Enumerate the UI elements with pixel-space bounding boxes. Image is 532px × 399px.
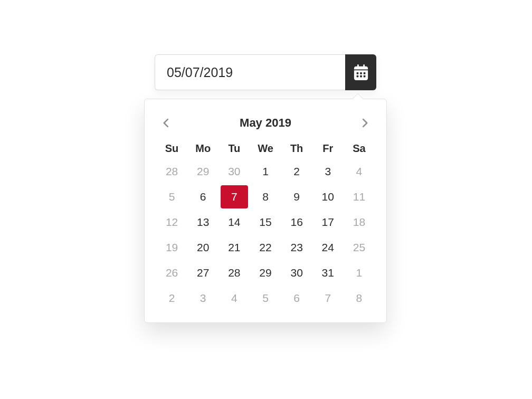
- calendar-day-number: 15: [259, 216, 271, 229]
- calendar-day-number: 26: [166, 267, 178, 279]
- calendar-day-number: 7: [231, 191, 238, 203]
- date-input[interactable]: [155, 54, 345, 90]
- calendar-day[interactable]: 4: [344, 159, 375, 184]
- calendar-day-number: 1: [356, 267, 363, 279]
- day-of-week-header: SuMoTuWeThFrSa: [156, 139, 375, 159]
- calendar-day[interactable]: 28: [156, 159, 187, 184]
- calendar-day[interactable]: 23: [281, 235, 312, 260]
- calendar-day[interactable]: 30: [218, 159, 250, 184]
- calendar-day[interactable]: 20: [187, 235, 218, 260]
- calendar-day-number: 24: [322, 241, 334, 254]
- calendar-day[interactable]: 27: [187, 260, 218, 286]
- day-of-week-label: Su: [156, 142, 187, 155]
- calendar-day-number: 27: [197, 267, 209, 279]
- calendar-day-number: 7: [325, 292, 331, 305]
- day-of-week-label: Th: [281, 142, 312, 155]
- calendar-day-number: 16: [290, 216, 302, 229]
- month-year-button[interactable]: May 2019: [240, 116, 291, 130]
- calendar-day-number: 29: [259, 267, 271, 279]
- prev-month-button[interactable]: [158, 114, 174, 132]
- calendar-day[interactable]: 14: [218, 210, 250, 235]
- calendar-day[interactable]: 30: [281, 260, 312, 286]
- calendar-day[interactable]: 3: [312, 159, 344, 184]
- calendar-day[interactable]: 12: [156, 210, 187, 235]
- calendar-day[interactable]: 7: [312, 286, 344, 311]
- calendar-day-number: 1: [262, 165, 269, 178]
- calendar-day[interactable]: 28: [218, 260, 250, 286]
- calendar-day[interactable]: 4: [218, 286, 250, 311]
- calendar-day[interactable]: 29: [250, 260, 281, 286]
- calendar-day[interactable]: 1: [250, 159, 281, 184]
- calendar-day[interactable]: 26: [156, 260, 187, 286]
- calendar-day-number: 4: [231, 292, 238, 305]
- calendar-day[interactable]: 8: [250, 184, 281, 210]
- calendar-toggle-button[interactable]: [345, 54, 376, 90]
- calendar-day-number: 4: [356, 165, 363, 178]
- calendar-day[interactable]: 3: [187, 286, 218, 311]
- calendar-day-number: 5: [169, 191, 175, 203]
- calendar-day[interactable]: 6: [281, 286, 312, 311]
- calendar-day[interactable]: 9: [281, 184, 312, 210]
- calendar-day[interactable]: 21: [218, 235, 250, 260]
- calendar-day-number: 23: [290, 241, 302, 254]
- day-of-week-label: Tu: [218, 142, 250, 155]
- calendar-day-number: 28: [228, 267, 240, 279]
- calendar-day[interactable]: 8: [344, 286, 375, 311]
- calendar-day[interactable]: 5: [156, 184, 187, 210]
- calendar-day[interactable]: 19: [156, 235, 187, 260]
- calendar-day[interactable]: 17: [312, 210, 344, 235]
- date-input-group: [155, 54, 376, 90]
- next-month-button[interactable]: [357, 114, 373, 132]
- calendar-day[interactable]: 13: [187, 210, 218, 235]
- calendar-week-row: 2627282930311: [156, 260, 375, 286]
- calendar-day-number: 11: [353, 191, 365, 203]
- calendar-day-number: 30: [290, 267, 302, 279]
- calendar-day-number: 6: [200, 191, 206, 203]
- calendar-day-number: 28: [166, 165, 178, 178]
- calendar-day-number: 9: [293, 191, 300, 203]
- calendar-day-number: 19: [166, 241, 178, 254]
- calendar-day-number: 10: [322, 191, 334, 203]
- calendar-day-number: 18: [353, 216, 365, 229]
- day-of-week-label: Mo: [187, 142, 218, 155]
- calendar-day-number: 13: [197, 216, 209, 229]
- calendar-day-number: 22: [259, 241, 271, 254]
- calendar-day-number: 8: [262, 191, 269, 203]
- calendar-day[interactable]: 10: [312, 184, 344, 210]
- calendar-day-number: 3: [325, 165, 331, 178]
- calendar-day[interactable]: 29: [187, 159, 218, 184]
- calendar-day[interactable]: 7: [218, 184, 250, 210]
- day-of-week-label: Sa: [344, 142, 375, 155]
- calendar-week-row: 19202122232425: [156, 235, 375, 260]
- calendar-day[interactable]: 11: [344, 184, 375, 210]
- calendar-day[interactable]: 2: [281, 159, 312, 184]
- calendar-day-number: 3: [200, 292, 206, 305]
- calendar-day[interactable]: 18: [344, 210, 375, 235]
- day-of-week-label: We: [250, 142, 281, 155]
- calendar-day-number: 17: [322, 216, 334, 229]
- calendar-day[interactable]: 2: [156, 286, 187, 311]
- calendar-day[interactable]: 22: [250, 235, 281, 260]
- calendar-day[interactable]: 15: [250, 210, 281, 235]
- calendar-header: May 2019: [156, 110, 375, 139]
- day-of-week-label: Fr: [312, 142, 344, 155]
- calendar-day-number: 30: [228, 165, 240, 178]
- calendar-day[interactable]: 5: [250, 286, 281, 311]
- calendar-week-row: 2829301234: [156, 159, 375, 184]
- calendar-day-number: 21: [228, 241, 240, 254]
- calendar-day-number: 31: [322, 267, 334, 279]
- calendar-day[interactable]: 6: [187, 184, 218, 210]
- calendar-day[interactable]: 16: [281, 210, 312, 235]
- calendar-day-number: 8: [356, 292, 363, 305]
- calendar-day[interactable]: 24: [312, 235, 344, 260]
- calendar-day-number: 6: [293, 292, 300, 305]
- calendar-day-number: 20: [197, 241, 209, 254]
- calendar-day-number: 12: [166, 216, 178, 229]
- calendar-week-row: 567891011: [156, 184, 375, 210]
- calendar-day-number: 14: [228, 216, 240, 229]
- calendar-day[interactable]: 31: [312, 260, 344, 286]
- calendar-day[interactable]: 25: [344, 235, 375, 260]
- chevron-right-icon: [360, 117, 369, 129]
- calendar-grid: 2829301234567891011121314151617181920212…: [156, 159, 375, 311]
- calendar-day[interactable]: 1: [344, 260, 375, 286]
